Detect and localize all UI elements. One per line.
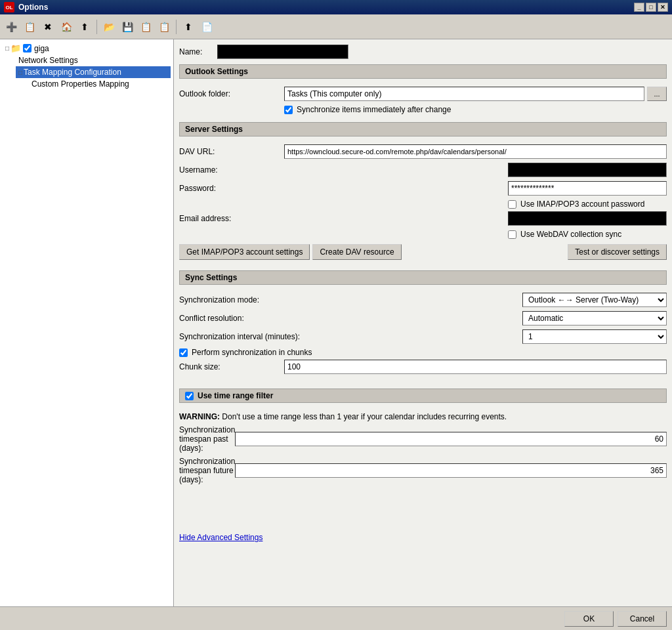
- username-field: [284, 163, 667, 177]
- chunk-size-label: Chunk size:: [179, 362, 284, 371]
- password-label: Password:: [179, 184, 284, 193]
- sync-mode-row: Synchronization mode: Outlook ←→ Server …: [179, 293, 667, 307]
- past-row: Synchronization timespan past (days):: [179, 425, 667, 453]
- test-settings-button[interactable]: Test or discover settings: [568, 244, 667, 260]
- dav-url-row: DAV URL:: [179, 144, 667, 159]
- sync-mode-select[interactable]: Outlook ←→ Server (Two-Way) Outlook → Se…: [522, 293, 667, 307]
- sync-section: Synchronization mode: Outlook ←→ Server …: [179, 290, 667, 383]
- future-row: Synchronization timespan future (days):: [179, 457, 667, 484]
- chunks-label: Perform synchronization in chunks: [192, 348, 312, 357]
- interval-field: 1 5 10 15: [300, 329, 667, 344]
- timerange-section: WARNING: Don't use a time range less tha…: [179, 406, 667, 494]
- warning-text: WARNING: Don't use a time range less tha…: [179, 412, 667, 421]
- titlebar: OL Options _ □ ✕: [0, 0, 672, 14]
- conflict-label: Conflict resolution:: [179, 314, 284, 323]
- chunks-row: Perform synchronization in chunks: [179, 348, 667, 357]
- get-imap-button[interactable]: Get IMAP/POP3 account settings: [179, 244, 310, 260]
- chunk-size-input[interactable]: [284, 360, 667, 374]
- close-button[interactable]: ✕: [658, 3, 668, 12]
- username-row: Username:: [179, 163, 667, 177]
- sidebar-item-custom-props[interactable]: Custom Properties Mapping: [29, 78, 171, 90]
- delete-button[interactable]: ✖: [39, 18, 56, 35]
- sidebar-item-task-mapping[interactable]: □ Task Mapping Configuration: [16, 66, 171, 78]
- paste2-button[interactable]: 📋: [156, 18, 173, 35]
- use-webdav-label: Use WebDAV collection sync: [520, 230, 621, 239]
- app-icon: OL: [4, 2, 14, 12]
- past-input[interactable]: [235, 432, 667, 446]
- copy-button[interactable]: 📋: [21, 18, 38, 35]
- folder-label: Outlook folder:: [179, 89, 284, 98]
- ok-button[interactable]: OK: [564, 611, 614, 627]
- email-input[interactable]: [508, 211, 667, 226]
- name-row: Name:: [179, 45, 667, 59]
- email-label: Email address:: [179, 214, 284, 223]
- sync-immediately-checkbox[interactable]: [284, 106, 293, 114]
- custom-props-label: Custom Properties Mapping: [32, 79, 129, 89]
- content-panel: Name: Outlook Settings Outlook folder: .…: [174, 39, 672, 606]
- chunks-checkbox[interactable]: [179, 348, 188, 357]
- dav-url-input[interactable]: [284, 144, 667, 159]
- tree-expand-root[interactable]: □: [5, 45, 9, 52]
- tree-children-task: Custom Properties Mapping: [16, 78, 171, 90]
- warning-body: Don't use a time range less than 1 year …: [222, 412, 507, 421]
- root-label: giga: [34, 44, 49, 53]
- name-label: Name:: [179, 47, 212, 56]
- sync-mode-field: Outlook ←→ Server (Two-Way) Outlook → Se…: [284, 293, 667, 307]
- interval-row: Synchronization interval (minutes): 1 5 …: [179, 329, 667, 344]
- password-field: [284, 181, 667, 196]
- hide-advanced-anchor[interactable]: Hide Advanced Settings: [179, 533, 262, 542]
- tree-children: Network Settings □ Task Mapping Configur…: [3, 54, 171, 90]
- server-header: Server Settings: [179, 122, 667, 136]
- tree-expand-task[interactable]: □: [18, 69, 22, 76]
- maximize-button[interactable]: □: [646, 3, 656, 12]
- folder-input[interactable]: [284, 87, 644, 101]
- password-input[interactable]: [508, 181, 667, 196]
- sidebar-item-root[interactable]: □ 📁 giga: [3, 42, 171, 54]
- use-imap-row: Use IMAP/POP3 account password: [508, 200, 667, 209]
- separator-1: [96, 20, 97, 34]
- network-label: Network Settings: [18, 56, 78, 65]
- interval-select[interactable]: 1 5 10 15: [522, 329, 667, 344]
- up-button[interactable]: ⬆: [76, 18, 93, 35]
- paste-button[interactable]: 📋: [137, 18, 154, 35]
- sidebar-item-network[interactable]: Network Settings: [16, 54, 171, 66]
- root-checkbox[interactable]: [23, 44, 32, 52]
- dav-url-label: DAV URL:: [179, 147, 284, 156]
- title-text: Options: [18, 3, 48, 12]
- email-row: Email address:: [179, 211, 667, 226]
- conflict-row: Conflict resolution: Automatic Outlook w…: [179, 311, 667, 326]
- name-input[interactable]: [217, 45, 348, 59]
- use-imap-checkbox[interactable]: [508, 200, 516, 209]
- timerange-checkbox[interactable]: [185, 392, 194, 400]
- save-button[interactable]: 💾: [119, 18, 136, 35]
- create-dav-button[interactable]: Create DAV resource: [312, 244, 401, 260]
- open-button[interactable]: 📂: [100, 18, 117, 35]
- use-webdav-checkbox[interactable]: [508, 230, 516, 239]
- doc-button[interactable]: 📄: [198, 18, 215, 35]
- future-input[interactable]: [235, 463, 667, 478]
- use-imap-label: Use IMAP/POP3 account password: [520, 200, 644, 209]
- sync-immediately-row: Synchronize items immediately after chan…: [284, 105, 667, 114]
- browse-button[interactable]: ...: [647, 87, 667, 101]
- email-field: [284, 211, 667, 226]
- add-button[interactable]: ➕: [3, 18, 20, 35]
- task-mapping-label: Task Mapping Configuration: [24, 68, 121, 77]
- password-row: Password:: [179, 181, 667, 196]
- home-button[interactable]: 🏠: [58, 18, 75, 35]
- interval-label: Synchronization interval (minutes):: [179, 332, 300, 341]
- username-label: Username:: [179, 165, 284, 175]
- bottom-bar: OK Cancel: [0, 606, 672, 630]
- hide-advanced-link[interactable]: Hide Advanced Settings: [179, 533, 667, 542]
- username-input[interactable]: [508, 163, 667, 177]
- conflict-select[interactable]: Automatic Outlook wins Server wins: [522, 311, 667, 326]
- cancel-button[interactable]: Cancel: [618, 611, 667, 627]
- sync-immediately-label: Synchronize items immediately after chan…: [297, 105, 451, 114]
- action-buttons-row: Get IMAP/POP3 account settings Create DA…: [179, 244, 667, 260]
- export-button[interactable]: ⬆: [180, 18, 197, 35]
- sync-header: Sync Settings: [179, 270, 667, 285]
- spacer: [179, 494, 667, 533]
- conflict-field: Automatic Outlook wins Server wins: [284, 311, 667, 326]
- minimize-button[interactable]: _: [634, 3, 644, 12]
- window-controls[interactable]: _ □ ✕: [634, 3, 668, 12]
- use-webdav-row: Use WebDAV collection sync: [508, 230, 667, 239]
